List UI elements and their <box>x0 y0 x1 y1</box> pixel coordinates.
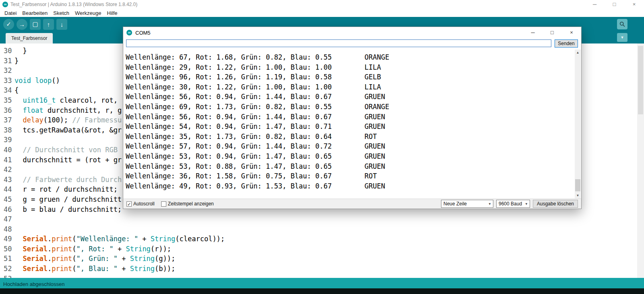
line-number: 37 <box>0 115 14 125</box>
menu-werkzeuge[interactable]: Werkzeuge <box>72 9 104 17</box>
serial-row-data: Wellenlänge: 35, Rot: 1.73, Grün: 0.82, … <box>126 132 364 142</box>
open-button[interactable]: ↑ <box>43 19 54 30</box>
title-bar: ∞ Test_Farbsensor | Arduino 1.8.13 (Wind… <box>0 0 644 9</box>
serial-output-row: Wellenlänge: 53, Rot: 0.88, Grün: 1.47, … <box>126 161 574 172</box>
minimize-button[interactable]: ─ <box>585 0 605 9</box>
serial-output-row: Wellenlänge: 67, Rot: 1.68, Grün: 0.82, … <box>126 52 574 62</box>
close-button[interactable]: × <box>624 0 644 9</box>
menu-sketch[interactable]: Sketch <box>50 9 72 17</box>
line-number: 50 <box>0 244 14 254</box>
code-line[interactable]: 48 <box>0 224 637 234</box>
clear-output-button[interactable]: Ausgabe löschen <box>533 200 578 208</box>
tab-test-farbsensor[interactable]: Test_Farbsensor <box>6 33 53 43</box>
code-line[interactable]: 49 Serial.print("Wellenlänge: " + String… <box>0 234 637 244</box>
status-bar: Hochladen abgeschlossen <box>0 278 644 288</box>
tab-label: Test_Farbsensor <box>11 35 47 41</box>
serial-row-color-label: ORANGE <box>364 52 389 62</box>
serial-row-color-label: GELB <box>364 72 381 82</box>
timestamp-checkbox[interactable] <box>161 201 166 207</box>
serial-bottom-bar: ✓ Autoscroll Zeitstempel anzeigen Neue Z… <box>123 199 581 209</box>
chevron-down-icon: ▼ <box>621 35 624 39</box>
code-text: // Durchschnitt von RGB <box>14 145 118 155</box>
serial-minimize-button[interactable]: ─ <box>523 27 543 38</box>
code-text: Serial.print(", Rot: " + String(r)); <box>14 244 171 254</box>
line-number: 53 <box>0 274 14 278</box>
code-text: { <box>14 85 19 95</box>
serial-row-color-label: GRUEN <box>364 151 385 161</box>
arduino-logo-icon: ∞ <box>126 30 132 35</box>
maximize-button[interactable]: □ <box>605 0 624 9</box>
line-number: 51 <box>0 254 14 264</box>
code-text: durchschnitt = (rot + gr <box>14 155 122 165</box>
send-button[interactable]: Senden <box>555 39 578 48</box>
menu-hilfe[interactable]: Hilfe <box>104 9 120 17</box>
serial-row-data: Wellenlänge: 53, Rot: 0.94, Grün: 1.47, … <box>126 151 364 161</box>
serial-output-row: Wellenlänge: 69, Rot: 1.73, Grün: 0.82, … <box>126 102 574 112</box>
code-text: Serial.print(", Blau: " + String(b)); <box>14 264 175 274</box>
serial-close-button[interactable]: × <box>562 27 581 38</box>
upload-icon: → <box>19 21 25 28</box>
code-line[interactable]: 47 <box>0 214 637 224</box>
line-number: 43 <box>0 175 14 185</box>
timestamp-label: Zeitstempel anzeigen <box>168 201 214 207</box>
code-text: } <box>14 56 19 66</box>
scroll-up-icon[interactable]: ▲ <box>575 50 581 56</box>
serial-scrollbar-thumb[interactable] <box>575 179 580 191</box>
code-line[interactable]: 52 Serial.print(", Blau: " + String(b)); <box>0 264 637 274</box>
console-area <box>0 288 644 294</box>
code-line[interactable]: 51 Serial.print(", Grün: " + String(g)); <box>0 254 637 264</box>
serial-row-data: Wellenlänge: 57, Rot: 0.94, Grün: 1.44, … <box>126 141 364 151</box>
serial-output-row: Wellenlänge: 56, Rot: 0.94, Grün: 1.44, … <box>126 112 574 122</box>
line-number: 35 <box>0 95 14 106</box>
serial-row-data: Wellenlänge: 67, Rot: 1.68, Grün: 0.82, … <box>126 52 364 62</box>
editor-scrollbar-thumb[interactable] <box>638 46 643 114</box>
serial-scrollbar[interactable]: ▲ ▼ <box>575 50 581 199</box>
serial-monitor-button[interactable] <box>617 19 627 29</box>
editor-scrollbar[interactable] <box>637 43 644 278</box>
line-number: 31 <box>0 56 14 66</box>
save-button[interactable]: ↓ <box>56 19 67 30</box>
line-number: 33 <box>0 76 14 86</box>
new-sketch-button[interactable]: ▢ <box>30 19 41 30</box>
code-text: Serial.print("Wellenlänge: " + String(cl… <box>14 234 225 244</box>
serial-output-row: Wellenlänge: 57, Rot: 0.94, Grün: 1.44, … <box>126 141 574 151</box>
line-number: 47 <box>0 214 14 224</box>
line-number: 42 <box>0 165 14 175</box>
serial-row-data: Wellenlänge: 29, Rot: 1.22, Grün: 1.00, … <box>126 62 364 72</box>
serial-window-title: COM5 <box>135 30 151 36</box>
serial-output[interactable]: Wellenlänge: 67, Rot: 1.68, Grün: 0.82, … <box>124 50 574 199</box>
code-text: g = gruen / durchschnitt <box>14 195 122 205</box>
serial-row-color-label: GRUEN <box>364 122 385 132</box>
verify-button[interactable]: ✓ <box>3 19 14 30</box>
code-line[interactable]: 53 <box>0 274 637 278</box>
line-number: 49 <box>0 234 14 244</box>
serial-output-row: Wellenlänge: 53, Rot: 0.94, Grün: 1.47, … <box>126 151 574 161</box>
serial-row-data: Wellenlänge: 54, Rot: 0.94, Grün: 1.47, … <box>126 122 364 132</box>
line-number: 41 <box>0 155 14 165</box>
line-number: 39 <box>0 135 14 145</box>
code-text: float durchschnitt, r, g <box>14 106 122 116</box>
autoscroll-checkbox[interactable]: ✓ <box>126 201 132 207</box>
serial-output-row: Wellenlänge: 96, Rot: 1.26, Grün: 1.19, … <box>126 72 574 82</box>
serial-send-input[interactable] <box>126 39 551 47</box>
line-number: 32 <box>0 66 14 76</box>
menu-bearbeiten[interactable]: Bearbeiten <box>19 9 50 17</box>
upload-button[interactable]: → <box>17 19 27 30</box>
line-ending-select[interactable]: Neue Zeile ▼ <box>441 200 493 208</box>
serial-row-data: Wellenlänge: 69, Rot: 1.73, Grün: 0.82, … <box>126 102 364 112</box>
autoscroll-label: Autoscroll <box>133 201 155 207</box>
open-icon: ↑ <box>47 21 50 28</box>
window-title: Test_Farbsensor | Arduino 1.8.13 (Window… <box>10 2 137 7</box>
scroll-down-icon[interactable]: ▼ <box>575 193 581 199</box>
serial-row-data: Wellenlänge: 56, Rot: 0.94, Grün: 1.44, … <box>126 112 364 122</box>
serial-row-color-label: ROT <box>364 171 377 181</box>
serial-maximize-button[interactable]: □ <box>543 27 562 38</box>
menu-datei[interactable]: Datei <box>2 9 19 17</box>
serial-output-row: Wellenlänge: 54, Rot: 0.94, Grün: 1.47, … <box>126 122 574 132</box>
baud-rate-select[interactable]: 9600 Baud ▼ <box>496 200 530 208</box>
tab-list-dropdown-button[interactable]: ▼ <box>617 33 627 42</box>
code-line[interactable]: 50 Serial.print(", Rot: " + String(r)); <box>0 244 637 254</box>
arduino-logo-icon: ∞ <box>2 2 8 7</box>
serial-output-row: Wellenlänge: 36, Rot: 1.58, Grün: 0.75, … <box>126 171 574 181</box>
chevron-down-icon: ▼ <box>523 202 530 206</box>
